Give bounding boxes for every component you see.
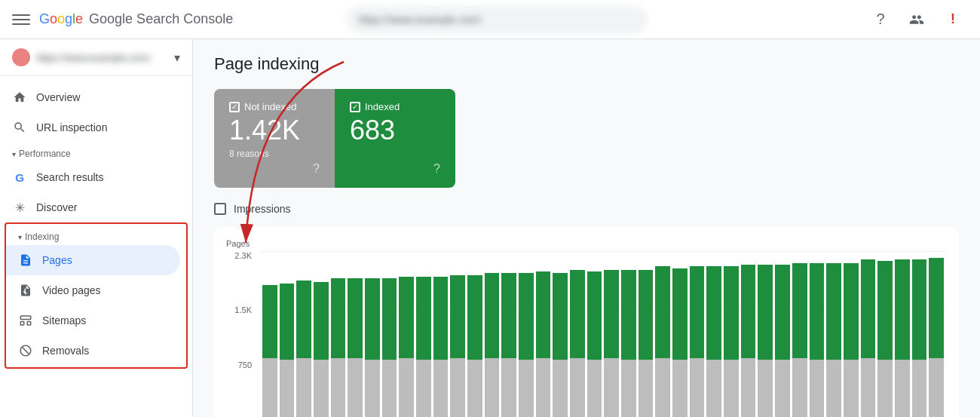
bar-group[interactable]: [262, 251, 277, 417]
not-indexed-checkbox[interactable]: [229, 102, 240, 112]
indexing-section-label[interactable]: ▾ Indexing: [6, 225, 186, 245]
sidebar-item-sitemaps-label: Sitemaps: [42, 314, 86, 327]
bar-group[interactable]: [639, 251, 654, 417]
bar-group[interactable]: [826, 251, 841, 417]
indexed-help-icon[interactable]: ?: [433, 162, 440, 176]
bar-not-indexed: [519, 360, 534, 417]
not-indexed-header: Not indexed: [229, 101, 320, 112]
chart-wrapper: 2.3K 1.5K 750 0: [226, 251, 947, 417]
bar-group[interactable]: [519, 251, 534, 417]
sidebar-item-overview[interactable]: Overview: [0, 82, 186, 112]
bar-group[interactable]: [844, 251, 859, 417]
sidebar-item-discover[interactable]: ✳ Discover: [0, 192, 186, 222]
sidebar-item-removals[interactable]: Removals: [6, 336, 180, 366]
bar-group[interactable]: [929, 251, 944, 417]
sidebar-item-video-pages[interactable]: Video pages: [6, 275, 180, 305]
hamburger-menu-icon[interactable]: [12, 11, 30, 29]
bar-group[interactable]: [314, 251, 329, 417]
bar-indexed: [382, 278, 397, 360]
chart-bars-area: [259, 251, 947, 417]
bar-group[interactable]: [792, 251, 807, 417]
help-button[interactable]: ?: [865, 5, 896, 35]
account-button[interactable]: [902, 5, 932, 35]
performance-label: Performance: [19, 149, 71, 159]
bar-not-indexed: [690, 358, 705, 417]
bar-group[interactable]: [348, 251, 363, 417]
bar-group[interactable]: [450, 251, 465, 417]
bar-group[interactable]: [706, 251, 721, 417]
bar-group[interactable]: [416, 251, 431, 417]
discover-icon: ✳: [12, 200, 27, 215]
indexed-label: Indexed: [365, 101, 400, 112]
bar-not-indexed: [604, 358, 619, 417]
bar-group[interactable]: [467, 251, 482, 417]
sidebar-item-sitemaps[interactable]: Sitemaps: [6, 305, 180, 336]
bar-not-indexed: [296, 358, 311, 417]
bar-group[interactable]: [536, 251, 551, 417]
bar-group[interactable]: [775, 251, 790, 417]
bar-group[interactable]: [604, 251, 619, 417]
bar-group[interactable]: [296, 251, 311, 417]
bar-group[interactable]: [382, 251, 397, 417]
bar-indexed: [314, 282, 329, 360]
bar-not-indexed: [587, 360, 602, 417]
bar-group[interactable]: [331, 251, 346, 417]
bar-group[interactable]: [672, 251, 688, 417]
bar-group[interactable]: [433, 251, 449, 417]
bar-group[interactable]: [621, 251, 636, 417]
not-indexed-card[interactable]: Not indexed 1.42K 8 reasons ?: [214, 89, 335, 188]
performance-section-label[interactable]: ▾ Performance: [0, 143, 192, 162]
bar-group[interactable]: [758, 251, 773, 417]
impressions-checkbox[interactable]: [214, 203, 226, 215]
bar-group[interactable]: [399, 251, 414, 417]
sidebar-item-discover-label: Discover: [36, 201, 77, 213]
bar-group[interactable]: [912, 251, 927, 417]
bar-indexed: [706, 266, 721, 360]
bar-not-indexed: [826, 360, 841, 417]
indexed-card[interactable]: Indexed 683 ?: [335, 89, 455, 188]
sidebar: https://www.example.com/ ▾ Overview URL …: [0, 39, 193, 417]
sidebar-item-search-results[interactable]: G Search results: [0, 162, 186, 192]
bar-group[interactable]: [570, 251, 585, 417]
bar-group[interactable]: [587, 251, 602, 417]
bar-group[interactable]: [895, 251, 910, 417]
bar-group[interactable]: [501, 251, 516, 417]
sidebar-nav: Overview URL inspection ▾ Performance G …: [0, 76, 192, 381]
bar-not-indexed: [348, 358, 363, 417]
bar-not-indexed: [810, 360, 825, 417]
bar-indexed: [604, 270, 619, 358]
sidebar-item-pages[interactable]: Pages: [6, 245, 180, 275]
bar-group[interactable]: [724, 251, 739, 417]
bar-indexed: [775, 265, 790, 360]
bar-group[interactable]: [655, 251, 670, 417]
video-pages-icon: [18, 283, 33, 298]
bar-group[interactable]: [280, 251, 295, 417]
bar-group[interactable]: [877, 251, 893, 417]
sidebar-item-search-results-label: Search results: [36, 171, 103, 183]
stats-row: Not indexed 1.42K 8 reasons ? Indexed 68…: [214, 89, 959, 188]
property-url-bar[interactable]: https://www.example.com/: [346, 6, 648, 33]
bar-group[interactable]: [741, 251, 756, 417]
indexed-header: Indexed: [350, 101, 440, 112]
bar-group[interactable]: [861, 251, 876, 417]
bar-indexed: [758, 265, 773, 360]
sidebar-item-url-inspection[interactable]: URL inspection: [0, 112, 186, 143]
bar-group[interactable]: [365, 251, 380, 417]
bar-indexed: [519, 273, 534, 360]
indexed-checkbox[interactable]: [350, 102, 360, 112]
bar-group[interactable]: [485, 251, 500, 417]
topbar: Google Google Search Console https://www…: [0, 0, 980, 39]
bar-group[interactable]: [553, 251, 568, 417]
bar-indexed: [416, 277, 431, 360]
bar-group[interactable]: [810, 251, 825, 417]
bar-not-indexed: [450, 358, 465, 417]
bar-indexed: [433, 277, 449, 360]
not-indexed-value: 1.42K: [229, 115, 320, 146]
notification-button[interactable]: !: [938, 5, 968, 35]
bar-group[interactable]: [690, 251, 705, 417]
not-indexed-help-icon[interactable]: ?: [313, 162, 320, 176]
bar-not-indexed: [724, 360, 739, 417]
bar-indexed: [262, 285, 277, 357]
sidebar-item-overview-label: Overview: [36, 91, 80, 103]
property-selector[interactable]: https://www.example.com/ ▾: [0, 39, 192, 76]
